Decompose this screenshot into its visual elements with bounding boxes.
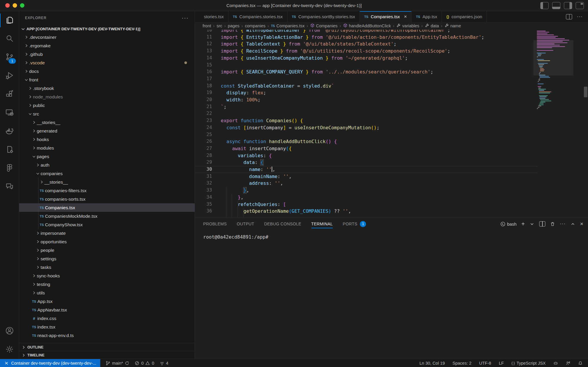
tree-folder-public[interactable]: public [19,101,195,110]
ports-status[interactable]: 4 [160,361,168,366]
problems-status[interactable]: 0 0 [135,361,154,366]
tree-folder-.devcontainer[interactable]: .devcontainer [19,33,195,41]
tree-folder-tasks[interactable]: tasks [19,263,195,272]
breadcrumb-item-variables[interactable]: variables [396,23,419,29]
panel-tab-ports[interactable]: PORTS1 [343,218,366,230]
tab-companies.json[interactable]: {}companies.json [442,11,487,22]
close-window-button[interactable] [5,3,10,8]
timeline-section[interactable]: TIMELINE [19,351,195,359]
tab-companies.stories.tsx[interactable]: TSCompanies.stories.tsx [228,11,288,22]
tree-folder-pages[interactable]: pages [19,152,195,161]
activity-bar-item-container-tools[interactable] [0,141,19,159]
tree-folder-auth[interactable]: auth [19,161,195,169]
tab-companies.sortby.stories.tsx[interactable]: TSCompanies.sortBy.stories.tsx [288,11,360,22]
tree-file-companyshow.tsx[interactable]: TSCompanyShow.tsx [19,220,195,229]
activity-bar-item-explorer[interactable] [0,11,19,30]
tree-folder-sync-hooks[interactable]: sync-hooks [19,272,195,280]
tab-companies.tsx[interactable]: TSCompanies.tsx× [360,11,412,22]
breadcrumb-item-src[interactable]: src [217,24,222,28]
editor-more-actions-icon[interactable]: ··· [577,14,583,20]
eol-status[interactable]: LF [499,361,504,366]
tree-folder--stories-[interactable]: __stories__ [19,118,195,127]
split-terminal-icon[interactable] [539,221,545,227]
tree-file-app.tsx[interactable]: TSApp.tsx [19,297,195,306]
outline-section[interactable]: OUTLINE [19,343,195,351]
explorer-more-actions-icon[interactable]: ··· [182,16,189,19]
activity-bar-item-source-control[interactable]: 1 [0,48,19,67]
toggle-panel-icon[interactable] [552,2,560,9]
activity-bar-item-extensions[interactable] [0,85,19,104]
editor-scrollbar[interactable] [584,87,587,97]
tree-file-companies.tsx[interactable]: TSCompanies.tsx [19,203,195,212]
tree-folder-.storybook[interactable]: .storybook [19,84,195,93]
remote-indicator[interactable]: Container dev-twenty-dev (dev-twenty-dev… [0,359,100,367]
tree-folder-modules[interactable]: modules [19,144,195,152]
tree-folder-hooks[interactable]: hooks [19,135,195,144]
breadcrumb-item-companies.tsx[interactable]: TSCompanies.tsx [271,24,305,28]
tree-folder-settings[interactable]: settings [19,254,195,263]
tree-folder-people[interactable]: people [19,246,195,254]
tree-folder-impersonate[interactable]: impersonate [19,229,195,237]
tree-folder-front[interactable]: front [19,76,195,84]
feedback-icon[interactable] [566,361,570,366]
terminal-prompt[interactable]: root@0a42ecd84891:/app# [203,234,268,240]
tab-stories.tsx[interactable]: stories.tsx [195,11,228,22]
tree-folder-opportunities[interactable]: opportunities [19,237,195,246]
activity-bar-item-settings[interactable] [0,341,19,359]
code-editor[interactable]: 10import { WithTopBarContainer } from '@… [195,30,588,217]
tree-folder--stories-[interactable]: __stories__ [19,178,195,186]
tree-folder-.vscode[interactable]: .vscode [19,58,195,67]
customize-layout-icon[interactable] [576,2,584,9]
tree-folder-companies[interactable]: companies [19,169,195,178]
workspace-section-header[interactable]: APP [CONTAINER DEV-TWENTY-DEV (DEV-TWENT… [19,25,195,33]
activity-bar-item-accounts[interactable] [0,322,19,341]
toggle-sidebar-icon[interactable] [540,2,549,9]
panel-more-actions-icon[interactable]: ··· [560,221,566,227]
panel-tab-problems[interactable]: PROBLEMS [203,218,227,230]
maximize-panel-icon[interactable] [570,222,575,227]
tree-folder-utils[interactable]: utils [19,289,195,297]
tab-app.tsx[interactable]: TSApp.tsx [412,11,442,22]
tree-folder-.ergomake[interactable]: .ergomake [19,41,195,50]
tree-folder-testing[interactable]: testing [19,280,195,289]
language-mode-status[interactable]: { } TypeScript JSX [512,361,546,366]
tree-file-index.tsx[interactable]: TSindex.tsx [19,323,195,331]
breadcrumb-item-data[interactable]: data [425,23,439,29]
tree-file-index.css[interactable]: #index.css [19,314,195,323]
kill-terminal-icon[interactable] [550,222,555,227]
terminal-dropdown-icon[interactable] [529,222,534,227]
activity-bar-item-figma[interactable] [0,159,19,178]
tree-folder-generated[interactable]: generated [19,127,195,135]
tree-folder-node-modules[interactable]: node_modules [19,93,195,101]
minimap-slider[interactable] [533,40,573,76]
panel-tab-output[interactable]: OUTPUT [237,218,254,230]
close-panel-icon[interactable]: × [580,221,583,227]
tree-file-react-app-env.d.ts[interactable]: TSreact-app-env.d.ts [19,331,195,340]
zoom-window-button[interactable] [20,3,24,8]
toggle-secondary-sidebar-icon[interactable] [564,2,572,9]
breadcrumb-item-handleaddbuttonclick[interactable]: handleAddButtonClick [343,23,391,29]
tree-file-appnavbar.tsx[interactable]: TSAppNavbar.tsx [19,306,195,314]
new-terminal-icon[interactable]: + [521,222,525,226]
tree-file-companies-sorts.tsx[interactable]: TScompanies-sorts.tsx [19,195,195,203]
copilot-icon[interactable] [553,361,558,366]
breadcrumb-item-front[interactable]: front [203,24,211,28]
activity-bar-item-search[interactable] [0,30,19,48]
tree-file-companiesmockmode.tsx[interactable]: TSCompaniesMockMode.tsx [19,212,195,220]
split-editor-icon[interactable] [566,14,572,19]
activity-bar-item-comments[interactable] [0,178,19,196]
cursor-position-status[interactable]: Ln 30, Col 19 [420,361,445,366]
tree-file-companies-filters.tsx[interactable]: TScompanies-filters.tsx [19,186,195,195]
activity-bar-item-docker[interactable] [0,122,19,141]
encoding-status[interactable]: UTF-8 [479,361,491,366]
tree-folder-docs[interactable]: docs [19,67,195,76]
panel-tab-debug-console[interactable]: DEBUG CONSOLE [264,218,301,230]
breadcrumb-item-companies[interactable]: companies [245,24,265,28]
indentation-status[interactable]: Spaces: 2 [452,361,472,366]
activity-bar-item-remote-explorer[interactable] [0,104,19,122]
breadcrumb-item-companies[interactable]: Companies [310,23,338,29]
terminal-profile[interactable]: bash [500,222,517,227]
git-branch-status[interactable]: main* [106,361,129,366]
activity-bar-item-run-debug[interactable] [0,67,19,85]
minimize-window-button[interactable] [13,3,17,8]
